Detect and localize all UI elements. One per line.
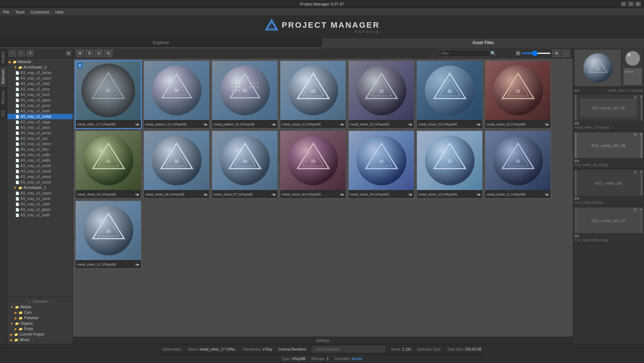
- menu-file[interactable]: File: [3, 10, 9, 14]
- tree-item-wood1[interactable]: 📄 AS_vray_v2_wood: [7, 163, 73, 169]
- options-button[interactable]: ⊟: [104, 50, 112, 57]
- material-card-6[interactable]: M metal_sheet_04 (VRayMtl) ≡▶: [484, 60, 551, 129]
- card-menu-9[interactable]: ≡▶: [272, 193, 276, 196]
- tree-item-leath[interactable]: 📄 AS_vray_v2_leath: [7, 108, 73, 114]
- tree-item-glass[interactable]: 📄 AS_vray_v2_glass: [7, 97, 73, 103]
- gallery-item-close-2[interactable]: ✕: [640, 170, 643, 174]
- card-menu-3[interactable]: ≡▶: [340, 123, 344, 126]
- tree-item-groun[interactable]: 📄 AS_vray_v2_grour: [7, 103, 73, 108]
- tree-item-walls2[interactable]: 📄 AS_vray_v2_walls: [7, 158, 73, 163]
- card-menu-5[interactable]: ≡▶: [476, 123, 481, 126]
- fav-cars[interactable]: ▶ 📁 Cars: [7, 310, 73, 315]
- tree-item-v1-leath[interactable]: 📄 AS_vray_v1_leath: [7, 212, 73, 218]
- tree-item-v1-carpe[interactable]: 📄 AS_vray_v1_carpe: [7, 190, 73, 196]
- tree-item-plast[interactable]: 📄 AS_vray_v2_plast: [7, 125, 73, 130]
- side-tab-models[interactable]: Models: [0, 48, 7, 66]
- tree-item-walls1[interactable]: 📄 AS_vray_v2_walls: [7, 152, 73, 158]
- material-card-1[interactable]: M metal_pattern_01 (VRayMtl) ≡▶: [143, 60, 210, 129]
- fav-polished[interactable]: ▶ 📁 Polished: [7, 315, 73, 321]
- side-tab-textures[interactable]: Textures: [0, 87, 7, 107]
- fav-organic[interactable]: ▼ 📁 Organic: [7, 321, 73, 326]
- tree-item-v1-glass[interactable]: 📄 AS_vray_v1_glass: [7, 207, 73, 212]
- tree-item-food[interactable]: 📄 AS_vray_v2_food: [7, 92, 73, 97]
- minimize-button[interactable]: —: [621, 1, 626, 7]
- menu-help[interactable]: Help: [55, 10, 64, 14]
- tree-item-metal[interactable]: 📄 AS_vray_v2_metal: [7, 114, 73, 119]
- tree-item-wood3[interactable]: 📄 AS_vray_v2_wood: [7, 174, 73, 179]
- tree-item-stone[interactable]: 📄 AS_vray_v2_stone: [7, 141, 73, 147]
- tree-item-conc[interactable]: 📄 AS_vray_v2_conc: [7, 86, 73, 92]
- tab-asset-files[interactable]: Asset Files: [322, 38, 644, 48]
- card-menu-8[interactable]: ≡▶: [203, 193, 208, 196]
- card-menu-12[interactable]: ≡▶: [476, 193, 481, 196]
- material-card-10[interactable]: M metal_sheet_08 (VRayMtl) ≡▶: [280, 130, 346, 199]
- tab-explorer[interactable]: Explorer: [0, 38, 322, 48]
- tree-item-bricks[interactable]: 📄 AS_vray_v2_bricks: [7, 70, 73, 76]
- grid-size-icon[interactable]: ⊞: [516, 51, 520, 55]
- tree-item-tiles[interactable]: 📄 AS_vray_v2_tiles: [7, 147, 73, 152]
- side-tab-ies[interactable]: IES: [0, 107, 7, 119]
- tree-item-v1-ceram[interactable]: 📄 AS_vray_v1_cerar: [7, 196, 73, 201]
- fav-fruits[interactable]: ▶ 📁 Fruits: [7, 326, 73, 332]
- tree-item-carpe[interactable]: 📄 AS_vray_v2_carpe: [7, 76, 73, 81]
- nav-refresh-button[interactable]: ↺: [26, 50, 34, 57]
- material-card-3[interactable]: M metal_sheet_01 (VRayMtl) ≡▶: [280, 60, 346, 129]
- size-slider[interactable]: [522, 53, 551, 54]
- material-card-9[interactable]: M metal_sheet_07 (VRayMtl) ≡▶: [211, 130, 278, 199]
- gallery-item-0[interactable]: ✕ ⊞ AS2 metal_dirt_06 jpg metal_other_17…: [573, 93, 644, 131]
- sort-button[interactable]: ↕: [562, 50, 570, 57]
- menu-customize[interactable]: Customize: [30, 10, 49, 14]
- material-card-5[interactable]: M metal_sheet_03 (VRayMtl) ≡▶: [416, 60, 483, 129]
- card-menu-6[interactable]: ≡▶: [545, 123, 549, 126]
- tree-item-v1-cloth[interactable]: 📄 AS_vray_v1_cloth: [7, 201, 73, 207]
- gallery-item-1[interactable]: ✕ ⊞ AS2_metal_dirt_06 jpg AS2_metal_dirt…: [573, 131, 644, 169]
- card-menu-4[interactable]: ≡▶: [408, 123, 413, 126]
- favorites-link[interactable]: Metals: [352, 357, 362, 361]
- material-card-11[interactable]: M metal_sheet_09 (VRayMtl) ≡▶: [348, 130, 415, 199]
- tree-item-wood2[interactable]: 📄 AS_vray_v2_wood: [7, 169, 73, 174]
- maximize-button[interactable]: □: [628, 1, 634, 7]
- side-tab-materials[interactable]: Materials: [0, 66, 7, 87]
- search-icon[interactable]: 🔍: [490, 51, 496, 56]
- gallery-item-close-3[interactable]: ✕: [640, 208, 643, 212]
- card-menu-2[interactable]: ≡▶: [272, 123, 276, 126]
- material-card-2[interactable]: M metal_pattern_02 (VRayMtl) ≡▶: [211, 60, 278, 129]
- material-card-12[interactable]: M metal_sheet_10 (VRayMtl) ≡▶: [416, 130, 483, 199]
- card-menu-0[interactable]: ≡▶: [135, 123, 139, 126]
- tree-item-porce[interactable]: 📄 AS_vray_v2_porce: [7, 130, 73, 136]
- close-button[interactable]: ✕: [635, 1, 641, 7]
- material-card-14[interactable]: M metal_sheet_12 (VRayMtl) ≡▶: [75, 200, 142, 269]
- view-toggle-button[interactable]: ⊞: [552, 50, 560, 57]
- material-card-7[interactable]: M metal_sheet_05 (VRayMtl) ≡▶: [75, 130, 142, 199]
- fav-current-project[interactable]: ▶ 📁 Current Project: [7, 332, 73, 337]
- material-card-4[interactable]: M metal_sheet_02 (VRayMtl) ≡▶: [348, 60, 415, 129]
- list-view-button[interactable]: ☰: [85, 50, 93, 57]
- status-search-input[interactable]: [312, 346, 385, 352]
- nav-forward-button[interactable]: ›: [18, 50, 25, 57]
- card-menu-11[interactable]: ≡▶: [408, 193, 413, 196]
- fav-wood[interactable]: ▶ 📁 Wood: [7, 337, 73, 343]
- gallery-item-2[interactable]: ✕ ⊞ AS2_metal_dirt jpg AS2_metal_dirt.jp…: [573, 169, 644, 206]
- gallery-item-grid-3[interactable]: ⊞: [634, 208, 637, 212]
- gallery-item-grid-1[interactable]: ⊞: [634, 132, 637, 136]
- material-card-8[interactable]: M metal_sheet_06 (VRayMtl) ≡▶: [143, 130, 210, 199]
- material-card-13[interactable]: M metal_sheet_11 (VRayMtl) ≡▶: [484, 130, 551, 199]
- tree-root-material[interactable]: ▶ 📁 Material: [7, 59, 73, 65]
- gallery-item-close-0[interactable]: ✕: [640, 95, 643, 99]
- fav-metals[interactable]: ▼ 📁 Metals: [7, 304, 73, 310]
- tree-folder-archshader2[interactable]: ▼ 📁 ArchShader_2: [7, 65, 73, 70]
- filter-input[interactable]: [438, 50, 490, 57]
- tree-item-wood4[interactable]: 📄 AS_vray_v2_wood: [7, 179, 73, 185]
- card-menu-10[interactable]: ≡▶: [340, 193, 344, 196]
- tree-item-sss[interactable]: 📄 AS_vray_v2_sss: [7, 136, 73, 141]
- tree-item-cloth[interactable]: 📄 AS_vray_v2_cloth: [7, 81, 73, 86]
- card-menu-14[interactable]: ≡▶: [135, 263, 139, 266]
- tree-options-button[interactable]: ⊞: [66, 51, 71, 56]
- gallery-item-grid-2[interactable]: ⊞: [634, 170, 637, 174]
- detail-view-button[interactable]: ⊡: [95, 50, 103, 57]
- grid-view-button[interactable]: ⊞: [76, 50, 84, 57]
- gallery-item-grid-0[interactable]: ⊞: [634, 95, 637, 99]
- card-menu-1[interactable]: ≡▶: [203, 123, 208, 126]
- menu-tools[interactable]: Tools: [15, 10, 25, 14]
- tree-item-organ[interactable]: 📄 AS_vray_v2_orgar: [7, 119, 73, 125]
